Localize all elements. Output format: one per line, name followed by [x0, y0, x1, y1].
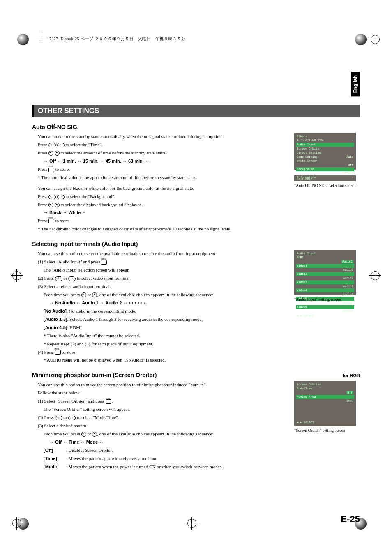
- left-button-icon: [81, 432, 86, 437]
- osd-row: RGB1: [296, 256, 354, 260]
- step-text: (3) Select a desired pattern.: [38, 423, 287, 429]
- osd-row: Video4: [296, 288, 354, 292]
- body-text: You can use this option to move the scre…: [38, 382, 287, 388]
- body-text: Press to store.: [38, 166, 287, 173]
- def-text: [Off]: Disables Screen Orbiter.: [44, 447, 287, 454]
- enter-button-icon: [101, 260, 107, 265]
- note-text: * The background color changes to assign…: [38, 226, 287, 233]
- osd-row: Code SettingAuto: [296, 155, 354, 159]
- down-button-icon: [57, 143, 65, 147]
- body-text: You can use this option to select the av…: [38, 251, 287, 257]
- body-text: Each time you press or , one of the avai…: [44, 292, 287, 298]
- osd-row: Black: [296, 171, 354, 175]
- page: 7827_E.book 25 ページ ２００６年９月５日 火曜日 午後９時３５分…: [0, 0, 392, 555]
- for-rgb-tag: for RGB: [343, 373, 360, 378]
- crop-tl: [36, 31, 47, 42]
- down-button-icon: [68, 416, 76, 420]
- screenshot-caption: "Screen Orbiter" setting screen: [294, 428, 360, 433]
- osd-row: Std.: [296, 399, 354, 403]
- section-screen-orbiter: You can use this option to move the scre…: [32, 381, 360, 472]
- osd-row: Mode/Time: [296, 387, 354, 391]
- osd-row: Video3: [296, 280, 354, 284]
- enter-button-icon: [48, 168, 54, 172]
- step-text: (2) Press or to select video input termi…: [38, 275, 287, 282]
- reg-target-bl: [12, 519, 21, 528]
- step-text: (1) Select "Screen Orbiter" and press .: [38, 398, 287, 405]
- osd-row: White Screen-: [296, 159, 354, 163]
- osd-row: Video1: [296, 264, 354, 268]
- def-text: [Mode]: Moves the pattern when the power…: [44, 464, 287, 470]
- body-text: Press to select the displayed background…: [38, 202, 287, 208]
- osd-title: Others: [296, 134, 354, 138]
- up-button-icon: [48, 143, 56, 147]
- left-button-icon: [48, 151, 53, 156]
- body-text: Press to store.: [38, 218, 287, 224]
- heading-screen-orbiter: Minimizing phosphor burn-in (Screen Orbi…: [32, 372, 360, 378]
- body-text: You can assign the black or white color …: [38, 185, 287, 192]
- step-text: (2) Press or to select "Mode/Time".: [38, 415, 287, 421]
- def-text: [Audio 4-5]: HDMI: [44, 325, 287, 331]
- print-ball-tr: [355, 34, 367, 45]
- down-button-icon: [57, 195, 65, 199]
- osd-title: Audio Input: [296, 251, 354, 256]
- osd-row: Audio2: [296, 268, 354, 272]
- down-button-icon: [68, 276, 76, 281]
- note-text: * Repeat steps (2) and (3) for each piec…: [44, 341, 287, 348]
- osd-hint: ◄ ► select: [296, 314, 354, 318]
- print-ball-tl: [17, 34, 29, 45]
- osd-row: Auto Off-NO SIG.-: [296, 138, 354, 143]
- reg-target-bc: [187, 519, 196, 528]
- enter-button-icon: [48, 219, 54, 223]
- sequence-text: ↔ Black ↔ White ↔: [44, 210, 287, 216]
- step-text: (4) Press to store.: [38, 349, 287, 356]
- osd-row: Audio1: [296, 260, 354, 264]
- osd-row: Screen Orbiter: [296, 147, 354, 151]
- heading-auto-off: Auto Off-NO SIG.: [32, 124, 360, 130]
- body-text: Follow the steps below.: [38, 390, 287, 396]
- auto-off-body: You can make to the standby state automa…: [32, 133, 287, 234]
- reg-target-mr: [371, 271, 380, 280]
- screen-orbiter-screenshot-col: Screen Orbiter Mode/Time Off Moving Area…: [294, 381, 360, 472]
- osd-row: Video2: [296, 272, 354, 276]
- content: OTHER SETTINGS Auto Off-NO SIG. You can …: [32, 105, 360, 472]
- body-text: Each time you press or , one of the avai…: [44, 431, 287, 438]
- reg-target-tr: [371, 35, 380, 44]
- left-button-icon: [48, 203, 53, 207]
- def-text: [No Audio]: No audio in the correspondin…: [44, 308, 287, 315]
- def-text: [Time]: Moves the pattern approximately …: [44, 456, 287, 462]
- section-audio-input: You can use this option to select the av…: [32, 250, 360, 365]
- osd-row: Background: [296, 167, 354, 171]
- body-text: Press to select the "Time".: [38, 142, 287, 148]
- step-text: (3) Select a related audio input termina…: [38, 283, 287, 290]
- body-text: Press to select the "Background".: [38, 193, 287, 200]
- def-text: [Audio 1-3]: Selects Audio 1 through 3 f…: [44, 316, 287, 323]
- page-number: E-25: [341, 514, 360, 525]
- up-button-icon: [55, 416, 62, 420]
- osd-hint: EXIT next: [296, 177, 354, 181]
- reg-target-ml: [12, 271, 21, 280]
- osd-title: Screen Orbiter: [296, 382, 354, 387]
- osd-row: Off: [296, 391, 354, 395]
- osd-hint: ◄ ► select: [296, 420, 315, 424]
- section-auto-off: You can make to the standby state automa…: [32, 133, 360, 234]
- note-text: * There is also "Audio Input" that canno…: [44, 333, 287, 339]
- screen-orbiter-body: You can use this option to move the scre…: [32, 381, 287, 472]
- body-text: You can make to the standby state automa…: [38, 134, 287, 140]
- print-header: 7827_E.book 25 ページ ２００６年９月５日 火曜日 午後９時３５分: [49, 36, 185, 42]
- osd-screen-orbiter-menu: Screen Orbiter Mode/Time Off Moving Area…: [294, 381, 356, 426]
- osd-row: Audio Input: [296, 143, 354, 147]
- osd-row: Off: [296, 163, 354, 167]
- left-button-icon: [81, 292, 86, 297]
- right-button-icon: [92, 292, 97, 297]
- audio-input-screenshot-col: Audio Input RGB1 Audio1 Video1 Audio2 Vi…: [294, 250, 360, 365]
- body-text: Press to select the amount of time befor…: [38, 150, 287, 157]
- enter-button-icon: [55, 350, 61, 355]
- osd-row: Moving Area: [296, 395, 354, 399]
- body-text: The "Audio Input" selection screen will …: [44, 267, 287, 274]
- osd-row: Audio3: [296, 292, 354, 297]
- sequence-text: ↔ No Audio ↔ Audio 1 ↔ Audio 2 ↔ • • • •…: [49, 300, 287, 306]
- osd-row: Video6: [296, 305, 354, 309]
- right-button-icon: [92, 432, 97, 437]
- right-button-icon: [55, 203, 60, 207]
- note-text: * The numerical value is the approximate…: [38, 175, 287, 181]
